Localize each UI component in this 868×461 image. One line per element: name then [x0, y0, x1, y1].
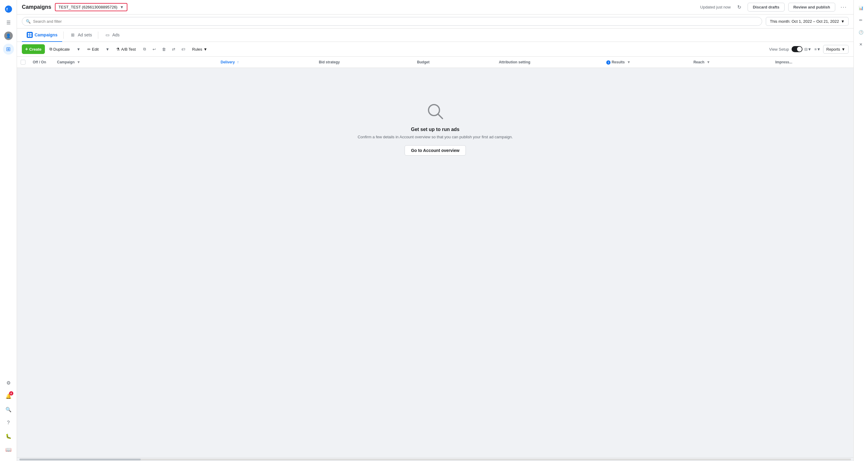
horizontal-scrollbar[interactable] — [17, 457, 854, 461]
th-checkbox — [17, 57, 29, 68]
th-delivery[interactable]: Delivery ↑ — [217, 57, 315, 68]
svg-rect-1 — [28, 33, 29, 35]
table-container: Off / On Campaign ▼ Delivery ↑ Bid strat… — [17, 57, 854, 457]
toolbar: + Create ⧉ Duplicate ▼ ✏ Edit ▼ ⚗ A/B Te… — [17, 42, 854, 57]
campaigns-table: Off / On Campaign ▼ Delivery ↑ Bid strat… — [17, 57, 854, 68]
view-setup-toggle[interactable] — [792, 46, 803, 52]
sidebar-campaigns-icon[interactable]: ⊞ — [3, 44, 14, 55]
hamburger-icon: ☰ — [6, 20, 11, 26]
ab-test-button[interactable]: ⚗ A/B Test — [113, 45, 139, 54]
filter-arrow-icon: ▼ — [817, 47, 821, 52]
sidebar-menu-icon[interactable]: ☰ — [3, 17, 14, 28]
create-button[interactable]: + Create — [22, 44, 45, 54]
scrollbar-track — [20, 459, 851, 460]
date-filter-button[interactable]: This month: Oct 1, 2022 – Oct 21, 2022 ▼ — [766, 17, 848, 26]
campaign-dropdown-icon[interactable]: ▼ — [77, 60, 81, 64]
grid-icon: ⊞ — [6, 46, 11, 53]
bug-icon: 🐛 — [5, 433, 11, 439]
filter-columns-button[interactable]: ≡ ▼ — [813, 45, 822, 53]
review-publish-button[interactable]: Review and publish — [788, 3, 835, 11]
right-panel-clock-icon[interactable]: 🕐 — [856, 27, 866, 38]
search-magnifier-icon: 🔍 — [26, 19, 31, 24]
columns-icon: ⊟ — [804, 47, 808, 52]
subnav-ads-tab[interactable]: ▭ Ads — [99, 29, 124, 42]
th-results: i Results ▼ — [601, 57, 690, 68]
notification-badge: 4 — [9, 391, 13, 396]
more-options-button[interactable]: ··· — [839, 2, 848, 12]
sidebar-debug-icon[interactable]: 🐛 — [3, 431, 14, 441]
copy-icon: ⧉ — [143, 47, 146, 52]
undo-button[interactable]: ↩ — [150, 45, 159, 53]
rules-arrow-icon: ▼ — [204, 47, 208, 52]
reports-label: Reports — [827, 47, 840, 52]
reach-dropdown-icon[interactable]: ▼ — [707, 60, 710, 64]
refresh-button[interactable]: ↻ — [734, 2, 744, 12]
search-box[interactable]: 🔍 — [22, 17, 762, 26]
delete-button[interactable]: 🗑 — [160, 45, 168, 53]
sidebar-settings-icon[interactable]: ⚙ — [3, 377, 14, 388]
close-icon: ✕ — [859, 42, 863, 47]
copy-button[interactable]: ⧉ — [141, 45, 149, 53]
rules-button[interactable]: Rules ▼ — [189, 45, 211, 54]
edit-chevron-icon: ▼ — [105, 47, 110, 52]
campaigns-tab-label: Campaigns — [35, 32, 57, 37]
campaigns-tab-icon — [27, 32, 33, 38]
columns-arrow-icon: ▼ — [808, 47, 812, 52]
duplicate-icon: ⧉ — [50, 47, 52, 52]
columns-button[interactable]: ⊟ ▼ — [804, 45, 812, 53]
search-input[interactable] — [33, 19, 758, 24]
subnav-divider-1 — [63, 32, 64, 39]
th-bid-strategy: Bid strategy — [315, 57, 413, 68]
sidebar-guide-icon[interactable]: 📖 — [3, 444, 14, 455]
th-reach: Reach ▼ — [690, 57, 772, 68]
subnav-adsets-tab[interactable]: ⊞ Ad sets — [65, 29, 97, 42]
svg-text:f: f — [6, 7, 8, 11]
scrollbar-thumb[interactable] — [20, 459, 141, 460]
right-panel-edit-icon[interactable]: ✏ — [856, 14, 866, 26]
account-selector[interactable]: TEST_TEST (626613008895726) ▼ — [55, 3, 127, 11]
go-to-account-overview-button[interactable]: Go to Account overview — [405, 145, 466, 156]
refresh-icon: ↻ — [737, 4, 741, 10]
duplicate-dropdown-button[interactable]: ▼ — [74, 45, 83, 53]
results-dropdown-icon[interactable]: ▼ — [627, 60, 630, 64]
adsets-tab-icon: ⊞ — [70, 32, 76, 38]
sidebar-account-icon[interactable]: 👤 — [3, 30, 14, 41]
edit-button[interactable]: ✏ Edit — [84, 45, 102, 54]
subnav-campaigns-tab[interactable]: Campaigns — [22, 29, 62, 42]
subnav: Campaigns ⊞ Ad sets ▭ Ads — [17, 29, 854, 42]
reports-arrow-icon: ▼ — [841, 47, 845, 52]
duplicate-button[interactable]: ⧉ Duplicate — [46, 44, 73, 54]
tag-button[interactable]: 🏷 — [179, 45, 188, 53]
bar-chart-icon: 📊 — [859, 6, 863, 10]
discard-drafts-button[interactable]: Discard drafts — [748, 3, 784, 11]
clock-icon: 🕐 — [859, 30, 863, 35]
adsets-tab-label: Ad sets — [78, 32, 92, 37]
pencil-icon: ✏ — [87, 47, 91, 52]
search-icon: 🔍 — [5, 407, 11, 412]
left-sidebar: f ☰ 👤 ⊞ ⚙ 🔔 4 🔍 — [0, 0, 17, 461]
svg-rect-3 — [28, 35, 29, 37]
select-all-checkbox[interactable] — [21, 60, 26, 65]
right-panel-close-icon[interactable]: ✕ — [856, 39, 866, 50]
date-range-text: This month: Oct 1, 2022 – Oct 21, 2022 — [770, 19, 839, 24]
th-campaign: Campaign ▼ — [53, 57, 217, 68]
th-attribution-setting: Attribution setting — [495, 57, 602, 68]
empty-state-description: Confirm a few details in Account overvie… — [358, 135, 513, 139]
sidebar-search-icon[interactable]: 🔍 — [3, 404, 14, 415]
reports-button[interactable]: Reports ▼ — [823, 45, 848, 54]
sidebar-help-icon[interactable]: ? — [3, 417, 14, 428]
empty-state-title: Get set up to run ads — [411, 127, 460, 132]
edit-dropdown-button[interactable]: ▼ — [103, 45, 112, 53]
account-dropdown-arrow-icon: ▼ — [120, 5, 124, 9]
sidebar-notifications-icon[interactable]: 🔔 4 — [3, 391, 14, 402]
undo-icon: ↩ — [153, 47, 156, 52]
page-title: Campaigns — [22, 4, 51, 10]
gear-icon: ⚙ — [6, 380, 11, 386]
account-name: TEST_TEST (626613008895726) — [59, 5, 117, 9]
person-circle-icon: 👤 — [4, 32, 13, 40]
right-panel-chart-icon[interactable]: 📊 — [856, 2, 866, 13]
empty-state-search-icon — [426, 102, 445, 122]
swap-icon: ⇄ — [172, 47, 175, 52]
edit-pencil-icon: ✏ — [859, 18, 863, 23]
swap-button[interactable]: ⇄ — [169, 45, 178, 53]
